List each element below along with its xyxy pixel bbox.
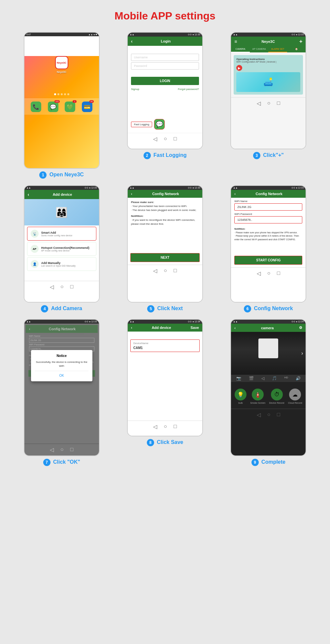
nav-back-5[interactable]: ◁: [153, 268, 157, 274]
alipay-icon[interactable]: 💳 94: [82, 102, 92, 112]
tab-alarm[interactable]: ALARM SET: [268, 46, 287, 52]
wechat-icon[interactable]: 💚 1: [65, 102, 75, 112]
phone-frame-6: ▲▲ ⊙⊙ ● 12:33 ‹ Config Network WiFi Name…: [230, 185, 306, 303]
nav-recents-8[interactable]: □: [174, 424, 177, 430]
signup-link[interactable]: Signup: [131, 88, 139, 91]
step-number-8: 8: [147, 439, 154, 446]
step-number-4: 4: [41, 305, 48, 312]
save-button[interactable]: Save: [190, 326, 199, 330]
wechat-login-icon[interactable]: 💬: [154, 119, 165, 130]
nav-back-3[interactable]: ◁: [257, 100, 261, 106]
nav-home-7[interactable]: ○: [60, 447, 64, 453]
instruction-preview: 🛋️: [236, 72, 300, 92]
notifition-text-6: Notifition: · Please make sure your phon…: [231, 225, 306, 243]
action-cloud-record: ☁ Cloud Record: [288, 389, 302, 404]
nav-home-6[interactable]: ○: [267, 270, 271, 277]
nav-back-4[interactable]: ◁: [50, 284, 54, 290]
step-number-7: 7: [43, 459, 50, 466]
nav-back[interactable]: ◁: [153, 136, 157, 142]
nav-recents-7[interactable]: □: [70, 447, 74, 453]
back-icon-6[interactable]: ‹: [234, 192, 236, 196]
time-1: 4:47: [26, 33, 31, 36]
step-text-8: Click Save: [157, 439, 183, 445]
plus-button[interactable]: +: [299, 39, 302, 44]
nav-recents-9[interactable]: □: [277, 412, 280, 418]
step-number-9: 9: [251, 459, 259, 466]
device-name-value[interactable]: CAM1: [133, 346, 197, 350]
screen-home: Neye3C Neye3C 📞 💬 102: [24, 56, 99, 168]
nav-home-3[interactable]: ○: [267, 100, 271, 106]
hotspot-item[interactable]: AP Hotspot Connection(Recommend) AP mode…: [27, 242, 96, 256]
config-header-5: ‹ Config Network: [128, 190, 202, 198]
step-6-cell: ▲▲ ⊙⊙ ● 12:33 ‹ Config Network WiFi Name…: [220, 185, 317, 312]
nav-back-9[interactable]: ◁: [257, 412, 261, 418]
cloud-record-icon[interactable]: ☁: [289, 389, 301, 400]
nav-recents-3[interactable]: □: [277, 100, 280, 106]
nav-back-7[interactable]: ◁: [50, 447, 54, 453]
login-links: Signup Forgot password?: [128, 88, 202, 91]
back-icon-8[interactable]: ‹: [131, 326, 132, 330]
wifi-name-input[interactable]: ZILINK 2G: [234, 203, 302, 211]
step-number-3: 3: [253, 152, 260, 159]
back-icon-9[interactable]: ‹: [234, 326, 236, 330]
page-dots: [24, 93, 99, 95]
config-body-5: Please make sure: · Your phone/tablet ha…: [128, 198, 202, 231]
nav-recents-6[interactable]: □: [277, 270, 280, 277]
tab-ap-camera[interactable]: AP CAMERA: [250, 46, 269, 52]
smoke-label: Smoke Screen: [250, 402, 265, 404]
wifi-pass-input[interactable]: 12345678..: [234, 216, 302, 223]
menu-icon[interactable]: ≡: [234, 39, 237, 44]
action-smoke: 🧯 Smoke Screen: [250, 389, 265, 404]
nav-home-4[interactable]: ○: [60, 284, 64, 290]
nav-recents[interactable]: □: [174, 136, 177, 142]
neye3c-app-icon[interactable]: Neye3C: [55, 56, 68, 69]
phone-icon[interactable]: 📞: [31, 102, 41, 112]
login-button[interactable]: LOGIN: [131, 77, 199, 85]
tab-more[interactable]: 🏠: [287, 46, 306, 52]
cam-mic-icon[interactable]: 🎵: [272, 376, 277, 381]
add-manually-item[interactable]: 👤 Add Manually Lan search or input GID M…: [27, 257, 96, 271]
play-button[interactable]: ▶: [236, 65, 242, 71]
forgot-link[interactable]: Forgot password?: [178, 88, 199, 91]
cam-snapshot-icon[interactable]: 📷: [236, 376, 241, 381]
smoke-icon[interactable]: 🧯: [252, 389, 264, 400]
cam-back-icon[interactable]: ◁: [261, 376, 264, 381]
statusbar-3: ▲▲ ⊙⊙ ● 12:33: [231, 33, 306, 37]
cam-hd-icon[interactable]: HD: [284, 376, 288, 381]
cam-arrow[interactable]: ›: [301, 350, 303, 356]
nav-home-8[interactable]: ○: [164, 424, 167, 430]
step-2-cell: ▲▲ ⊙⊙ ● 12:33 ‹ Login Username Password …: [116, 32, 213, 179]
nav-home-5[interactable]: ○: [164, 268, 167, 274]
nav-home[interactable]: ○: [164, 136, 167, 142]
tab-camera[interactable]: CAMERA: [231, 46, 250, 52]
dot-5: [67, 93, 69, 95]
fast-logging-btn[interactable]: Fast Logging: [131, 122, 152, 127]
wifi-name-label: WiFi Name: [234, 200, 302, 203]
step-9-cell: ▲▲ ⊙⊙ ● 12:34 ‹ camera ⚙ › 📷 🎬: [220, 319, 317, 466]
smart-add-item[interactable]: 📡 Smart Add Sonic mode config new device: [27, 227, 96, 241]
cam-actions: 💡 bulb 🧯 Smoke Screen ⏱ Device Record ☁ …: [231, 385, 306, 407]
message-icon[interactable]: 💬 102: [48, 102, 58, 112]
step-number-6: 6: [244, 305, 251, 312]
nav-back-8[interactable]: ◁: [153, 424, 157, 430]
ok-button[interactable]: OK: [35, 371, 88, 377]
dot-1: [54, 93, 56, 95]
cam-speaker-icon[interactable]: 🔊: [296, 376, 301, 381]
bulb-icon[interactable]: 💡: [235, 389, 247, 400]
statusbar-5: ▲▲ ⊙⊙ ● 12:33: [128, 186, 202, 190]
start-config-button-6[interactable]: START CONFIG: [234, 256, 302, 265]
phone-frame-5: ▲▲ ⊙⊙ ● 12:33 ‹ Config Network Please ma…: [127, 185, 203, 303]
wechat-badge: 1: [73, 100, 77, 103]
back-icon-5[interactable]: ‹: [131, 192, 132, 196]
nav-home-9[interactable]: ○: [267, 412, 271, 418]
username-field[interactable]: Username: [131, 54, 199, 61]
cam-settings[interactable]: ⚙: [299, 326, 302, 330]
nav-recents-5[interactable]: □: [174, 268, 177, 274]
message-badge: 102: [54, 100, 60, 103]
cam-record-icon[interactable]: 🎬: [249, 376, 254, 381]
nav-back-6[interactable]: ◁: [257, 270, 261, 277]
nav-recents-4[interactable]: □: [70, 284, 74, 290]
password-field[interactable]: Password: [131, 62, 199, 70]
next-button[interactable]: NEXT: [130, 253, 200, 262]
device-record-icon[interactable]: ⏱: [271, 389, 283, 400]
